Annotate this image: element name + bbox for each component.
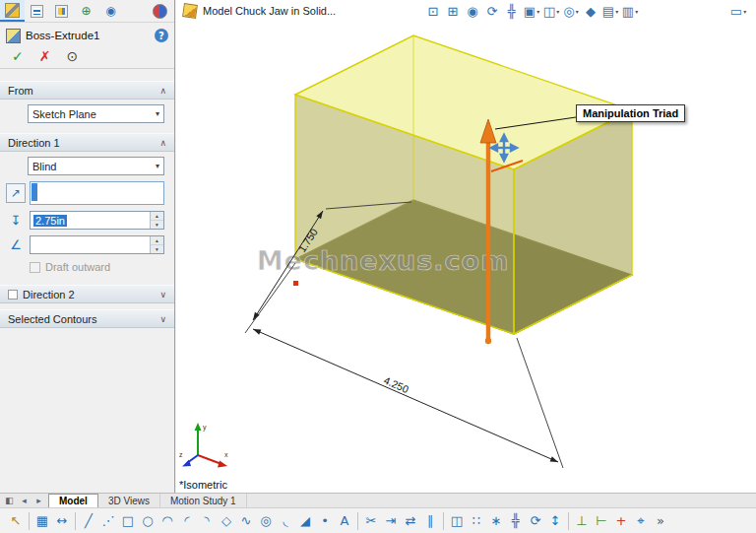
- apply-scene-icon[interactable]: ▤▾: [600, 1, 620, 21]
- trim-entities-icon[interactable]: ✂: [361, 510, 381, 532]
- polygon-icon[interactable]: ◇: [217, 510, 236, 532]
- toolbar-separator: [568, 512, 569, 530]
- direction1-label: Direction 1: [8, 137, 60, 149]
- tab-3d-views[interactable]: 3D Views: [98, 494, 160, 507]
- combo-arrow-icon: ▾: [156, 162, 159, 170]
- help-icon[interactable]: ?: [155, 29, 168, 42]
- end-condition-combobox[interactable]: Blind ▾: [28, 157, 164, 175]
- zoom-to-area-icon[interactable]: ⊞: [443, 1, 463, 21]
- rotate-entities-icon[interactable]: ⟳: [526, 510, 545, 532]
- depth-input[interactable]: 2.75in ▴ ▾: [30, 211, 164, 230]
- circle-icon[interactable]: ○: [138, 510, 158, 532]
- tab-scroll-left-icon[interactable]: ◂: [17, 495, 32, 507]
- section-selected-contours-header[interactable]: Selected Contours ∨: [0, 309, 174, 328]
- sketch-point-marker[interactable]: [293, 281, 298, 286]
- move-entities-icon[interactable]: ╬: [506, 510, 526, 532]
- section-direction2-header[interactable]: Direction 2 ∨: [0, 285, 174, 303]
- cancel-button[interactable]: ✗: [39, 49, 51, 63]
- tab-scroll-right-icon[interactable]: ▸: [32, 495, 46, 507]
- select-icon[interactable]: ↖: [6, 510, 26, 532]
- fullscreen-monitor-icon[interactable]: ▭▾: [728, 1, 748, 21]
- tab-displaymanager[interactable]: ◉: [98, 0, 123, 22]
- offset-entities-icon[interactable]: ∥: [420, 510, 440, 532]
- depth-spinner[interactable]: ▴ ▾: [150, 212, 163, 229]
- from-label: From: [8, 85, 33, 97]
- tab-configurationmanager[interactable]: [49, 0, 74, 22]
- smart-dimension-icon[interactable]: ↔: [52, 510, 72, 532]
- point-icon[interactable]: •: [315, 510, 335, 532]
- display-eye-icon: ◉: [105, 4, 115, 18]
- spline-icon[interactable]: ∿: [236, 510, 256, 532]
- help-sphere-icon[interactable]: [153, 4, 167, 19]
- view-settings-icon[interactable]: ▥▾: [620, 1, 640, 21]
- reference-triad: x y z: [179, 423, 228, 468]
- spinner-down-icon[interactable]: ▾: [151, 221, 163, 229]
- dimension-width[interactable]: 4.250: [253, 329, 558, 462]
- pan-icon[interactable]: ╬: [502, 1, 522, 21]
- text-icon[interactable]: A: [335, 510, 354, 532]
- depth-row: ↧ 2.75in ▴ ▾: [6, 211, 164, 230]
- repair-sketch-icon[interactable]: +: [611, 510, 631, 532]
- display-relations-icon[interactable]: ⊥: [572, 510, 592, 532]
- display-style-icon[interactable]: ◫▾: [541, 1, 561, 21]
- tab-propertymanager[interactable]: [0, 0, 25, 22]
- preview-eye-button[interactable]: ⊙: [66, 49, 78, 63]
- linear-pattern-icon[interactable]: ∷: [467, 510, 486, 532]
- manager-tab-bar: ⊕ ◉: [0, 0, 174, 23]
- spinner-up-icon[interactable]: ▴: [151, 236, 163, 245]
- sketch-chamfer-icon[interactable]: ◢: [295, 510, 315, 532]
- sketch-fillet-icon[interactable]: ◟: [276, 510, 295, 532]
- tab-dimxpertmanager[interactable]: ⊕: [74, 0, 98, 22]
- line-icon[interactable]: ╱: [79, 510, 98, 532]
- centerline-icon[interactable]: ⋰: [98, 510, 118, 532]
- tab-featuremanager-tree[interactable]: [25, 0, 49, 22]
- draft-input[interactable]: ▴ ▾: [30, 235, 164, 254]
- wrench-icon: [5, 3, 20, 18]
- scale-entities-icon[interactable]: ↕: [545, 510, 565, 532]
- sketch-icon[interactable]: ▦: [32, 510, 52, 532]
- direction2-checkbox[interactable]: [8, 290, 18, 300]
- add-relation-icon[interactable]: ⊢: [592, 510, 611, 532]
- view-orientation-icon[interactable]: ▣▾: [522, 1, 541, 21]
- direction-reference-box[interactable]: [30, 181, 164, 205]
- convert-entities-icon[interactable]: ⇄: [401, 510, 420, 532]
- ok-button[interactable]: ✓: [12, 49, 24, 63]
- spinner-up-icon[interactable]: ▴: [151, 212, 163, 221]
- section-direction1-header[interactable]: Direction 1 ∧: [0, 133, 174, 152]
- mirror-entities-icon[interactable]: ◫: [447, 510, 467, 532]
- pane-split-icon[interactable]: ◧: [2, 495, 17, 507]
- centerpoint-arc-icon[interactable]: ◠: [158, 510, 177, 532]
- chevron-down-icon: ∨: [159, 314, 166, 324]
- quick-snaps-icon[interactable]: ⌖: [631, 510, 651, 532]
- boss-extrude-icon: [6, 29, 21, 43]
- section-from-header[interactable]: From ∧: [0, 81, 174, 100]
- tab-model[interactable]: Model: [48, 494, 98, 507]
- circular-pattern-icon[interactable]: ∗: [486, 510, 506, 532]
- graphics-area[interactable]: Mechnexus.com 1.750 4.250: [176, 22, 756, 493]
- manipulation-triad-label: Manipulation Triad: [576, 104, 685, 122]
- configurations-icon: [55, 5, 68, 18]
- corner-rectangle-icon[interactable]: □: [118, 510, 138, 532]
- watermark-text: Mechnexus.com: [257, 245, 510, 276]
- zoom-to-fit-icon[interactable]: ⊡: [423, 1, 443, 21]
- view-heads-up-toolbar: ⊡⊞◉⟳╬▣▾◫▾◎▾◆▤▾▥▾: [423, 1, 640, 21]
- edit-appearance-icon[interactable]: ◆: [581, 1, 600, 21]
- draft-outward-label: Draft outward: [45, 261, 110, 273]
- extend-entities-icon[interactable]: ⇥: [381, 510, 401, 532]
- start-condition-combobox[interactable]: Sketch Plane ▾: [28, 104, 164, 123]
- draft-outward-checkbox[interactable]: [30, 262, 40, 273]
- hide-show-items-icon[interactable]: ◎▾: [561, 1, 581, 21]
- solidworks-window: ⊕ ◉ Boss-Extrude1 ? ✓ ✗ ⊙ From ∧ Sketch …: [0, 0, 756, 533]
- tab-motion-study-1[interactable]: Motion Study 1: [160, 494, 247, 507]
- tangent-arc-icon[interactable]: ◜: [177, 510, 197, 532]
- chevron-up-icon: ∧: [159, 86, 166, 96]
- selected-contours-label: Selected Contours: [8, 313, 97, 325]
- three-point-arc-icon[interactable]: ◝: [197, 510, 217, 532]
- more-tools-icon[interactable]: »: [651, 510, 670, 532]
- ellipse-icon[interactable]: ◎: [256, 510, 276, 532]
- spinner-down-icon[interactable]: ▾: [151, 245, 163, 253]
- zoom-in-out-icon[interactable]: ◉: [463, 1, 482, 21]
- rotate-view-icon[interactable]: ⟳: [482, 1, 502, 21]
- draft-spinner[interactable]: ▴ ▾: [150, 236, 163, 253]
- reverse-direction-button[interactable]: ↗: [6, 183, 26, 203]
